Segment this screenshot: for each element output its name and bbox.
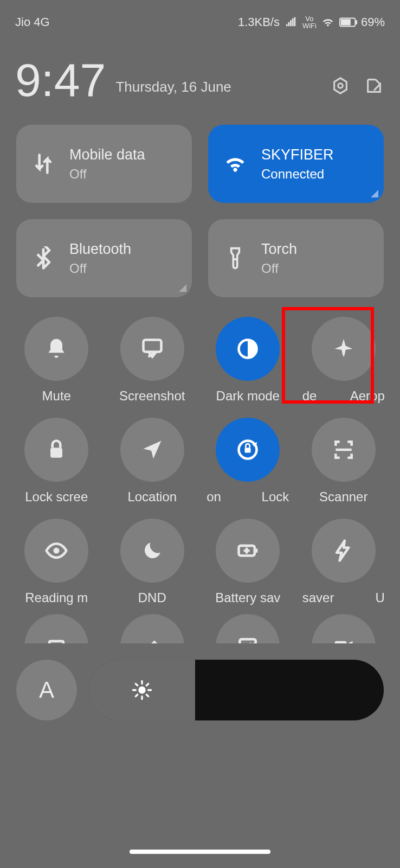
status-bar: Jio 4G 1.3KB/s Vo WiFi 69% — [0, 0, 400, 35]
svg-rect-1 — [341, 19, 351, 25]
dnd-tile[interactable]: DND — [105, 519, 201, 605]
wifi-icon — [220, 149, 250, 179]
partial-tile-3[interactable] — [200, 614, 296, 643]
quick-toggles-row-2: Lock scree Location onLock Scanner — [0, 404, 400, 505]
quick-toggles-row-1: Mute Screenshot Dark mode deAerop — [0, 303, 400, 404]
battery-saver-tile[interactable]: Battery sav — [200, 519, 296, 605]
quick-toggles-row-4-partial — [0, 605, 400, 643]
carrier-label: Jio 4G — [15, 15, 50, 29]
large-tiles-grid: Mobile data Off SKYFIBER Connected Bluet… — [0, 114, 400, 303]
status-right: 1.3KB/s Vo WiFi 69% — [238, 15, 385, 29]
time-display: 9:47 — [15, 56, 106, 103]
tile-label: Bluetooth — [69, 241, 131, 258]
dark-mode-tile[interactable]: Dark mode — [200, 317, 296, 404]
cast-icon — [236, 634, 260, 643]
partial-tile-4[interactable] — [296, 614, 392, 643]
svg-point-16 — [138, 686, 145, 693]
edit-icon — [140, 634, 164, 643]
svg-rect-2 — [356, 20, 357, 24]
reading-mode-tile[interactable]: Reading m — [9, 519, 105, 605]
dark-mode-icon — [236, 337, 260, 361]
lock-screen-tile[interactable]: Lock scree — [9, 418, 105, 505]
gear-icon — [331, 76, 350, 95]
tile-status: Off — [69, 167, 145, 182]
airplane-mode-tile[interactable]: deAerop — [296, 317, 392, 404]
auto-brightness-button[interactable]: A — [16, 660, 77, 720]
mobile-data-tile[interactable]: Mobile data Off — [16, 125, 192, 203]
battery-saver-icon — [236, 539, 260, 563]
bluetooth-icon — [28, 243, 59, 273]
svg-rect-7 — [50, 448, 62, 457]
edit-icon — [365, 76, 383, 95]
scissors-icon — [140, 337, 164, 361]
mobile-data-icon — [28, 149, 59, 179]
expand-corner-icon — [371, 190, 378, 197]
edit-button[interactable] — [363, 75, 385, 97]
tile-status: Off — [261, 261, 297, 276]
scanner-tile[interactable]: Scanner — [296, 418, 392, 505]
svg-point-10 — [54, 548, 60, 554]
brightness-slider[interactable] — [89, 660, 384, 720]
bottom-controls: A — [0, 643, 400, 720]
bolt-icon — [332, 539, 356, 563]
date-display: Thursday, 16 June — [115, 79, 320, 103]
partial-tile-2[interactable] — [105, 614, 201, 643]
screenshot-tile[interactable]: Screenshot — [105, 317, 201, 404]
svg-rect-13 — [49, 641, 63, 643]
clock-row: 9:47 Thursday, 16 June — [0, 35, 400, 114]
svg-rect-15 — [334, 641, 346, 643]
settings-button[interactable] — [330, 75, 351, 97]
expand-corner-icon — [179, 284, 186, 292]
partial-tile-1[interactable] — [9, 614, 105, 643]
navigation-bar[interactable] — [130, 850, 270, 854]
signal-icon — [285, 16, 297, 28]
location-tile[interactable]: Location — [105, 418, 201, 505]
svg-rect-9 — [245, 448, 251, 452]
rotation-lock-icon — [236, 438, 260, 462]
moon-icon — [140, 539, 164, 563]
svg-rect-5 — [143, 340, 161, 352]
wifi-icon — [322, 16, 334, 28]
svg-marker-3 — [334, 78, 347, 93]
tile-label: Mobile data — [69, 146, 145, 163]
lock-icon — [44, 438, 68, 462]
screenshot-icon — [44, 634, 68, 643]
svg-point-4 — [338, 84, 343, 88]
scanner-icon — [332, 438, 356, 462]
location-icon — [140, 438, 164, 462]
torch-tile[interactable]: Torch Off — [208, 219, 384, 297]
wifi-tile[interactable]: SKYFIBER Connected — [208, 125, 384, 203]
bluetooth-tile[interactable]: Bluetooth Off — [16, 219, 192, 297]
quick-toggles-row-3: Reading m DND Battery sav saverU — [0, 505, 400, 605]
tile-label: Torch — [261, 241, 297, 258]
svg-rect-14 — [240, 639, 256, 643]
rotation-lock-tile[interactable]: onLock — [200, 418, 296, 505]
svg-rect-12 — [256, 548, 258, 552]
tile-status: Connected — [261, 167, 334, 182]
battery-indicator: 69% — [339, 15, 385, 29]
ultra-saver-tile[interactable]: saverU — [296, 519, 392, 605]
tile-label: SKYFIBER — [261, 146, 334, 163]
video-icon — [332, 634, 356, 643]
bell-icon — [44, 337, 68, 361]
brightness-fill — [89, 660, 195, 720]
torch-icon — [220, 243, 250, 273]
sun-icon — [131, 679, 153, 701]
airplane-icon — [332, 337, 356, 361]
tile-status: Off — [69, 261, 131, 276]
eye-icon — [44, 539, 68, 563]
vowifi-indicator: Vo WiFi — [302, 15, 317, 29]
mute-tile[interactable]: Mute — [9, 317, 105, 404]
network-speed: 1.3KB/s — [238, 15, 280, 29]
